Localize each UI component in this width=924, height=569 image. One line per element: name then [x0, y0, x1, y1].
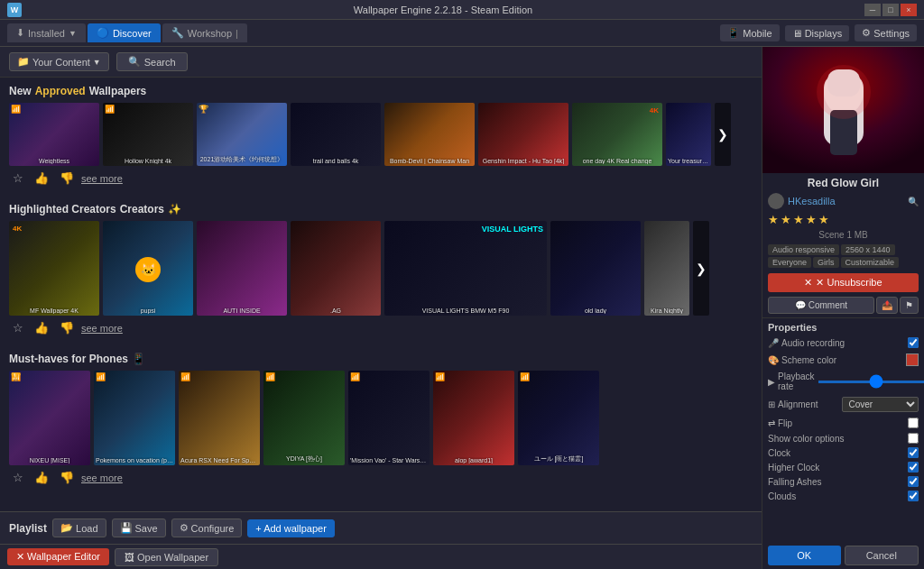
maximize-button[interactable]: □ — [882, 4, 899, 16]
wallpaper-item[interactable] — [384, 103, 475, 166]
highlighted-title: Highlighted Creators Creators ✨ — [9, 203, 753, 216]
creators-see-more[interactable]: see more — [81, 323, 123, 334]
show-color-checkbox[interactable] — [908, 433, 919, 444]
tag-resolution: 2560 x 1440 — [841, 244, 895, 255]
load-icon: 📂 — [60, 522, 73, 534]
phones-see-more[interactable]: see more — [81, 473, 123, 483]
phones-dislike-action[interactable]: 👎 — [56, 469, 78, 486]
star-action[interactable]: ☆ — [9, 170, 27, 187]
phone-wallpaper-item[interactable]: 📶 🏆 — [9, 371, 90, 465]
wallpaper-item[interactable] — [478, 103, 568, 166]
clock-checkbox[interactable] — [908, 447, 919, 458]
phone-wallpaper-item[interactable]: 📶 — [348, 371, 430, 465]
tab-discover[interactable]: 🔵 Discover — [88, 23, 161, 42]
phones-star-action[interactable]: ☆ — [9, 469, 27, 486]
properties-header: Properties — [762, 317, 924, 335]
close-button[interactable]: × — [901, 4, 917, 16]
highlighted-creators-section: Highlighted Creators Creators ✨ 4K 🐱 VIS… — [0, 196, 762, 345]
configure-icon: ⚙ — [180, 522, 189, 534]
wallpaper-item[interactable]: 📶 — [103, 103, 193, 166]
like-action[interactable]: 👍 — [31, 170, 52, 187]
wallpaper-item[interactable]: 4K — [572, 103, 662, 166]
content-icon: 📁 — [17, 56, 30, 68]
configure-button[interactable]: ⚙ Configure — [171, 519, 243, 537]
star2: ★ — [781, 213, 791, 226]
dislike-action[interactable]: 👎 — [56, 170, 78, 187]
left-bottom: Playlist 📂 Load 💾 Save ⚙ Configure + Add… — [0, 511, 762, 569]
creators-dislike-action[interactable]: 👎 — [56, 319, 78, 336]
tag-girls: Girls — [813, 257, 839, 268]
wallpaper-item[interactable] — [666, 103, 711, 166]
phone-wallpaper-item[interactable]: 📶 — [94, 371, 175, 465]
tab-workshop[interactable]: 🔧 Workshop | — [162, 23, 247, 42]
load-button[interactable]: 📂 Load — [52, 519, 106, 537]
comment-button[interactable]: 💬 Comment — [768, 297, 874, 314]
mobile-button[interactable]: 📱 Mobile — [720, 24, 779, 41]
unsubscribe-button[interactable]: ✕ ✕ Unsubscribe — [768, 273, 919, 292]
creator-wallpaper-item[interactable] — [197, 221, 287, 316]
ok-button[interactable]: OK — [768, 546, 841, 565]
subscribe-action: ✕ ✕ Unsubscribe — [762, 271, 924, 295]
scroll-area[interactable]: New Approved Wallpapers 📶 📶 🏆 — [0, 78, 762, 511]
higher-clock-checkbox[interactable] — [908, 462, 919, 473]
flip-checkbox[interactable] — [908, 418, 919, 428]
flip-icon: ⇄ — [768, 418, 775, 428]
app-logo: W — [7, 3, 22, 17]
share-button[interactable]: 📤 — [876, 297, 898, 314]
creators-like-action[interactable]: 👍 — [31, 319, 52, 336]
wallpaper-item[interactable]: 🏆 — [197, 103, 287, 166]
rating-row: ★ ★ ★ ★ ★ — [762, 211, 924, 228]
falling-ashes-checkbox[interactable] — [908, 476, 919, 487]
creators-star-action[interactable]: ☆ — [9, 319, 27, 336]
creator-wallpaper-item[interactable] — [550, 221, 641, 316]
displays-button[interactable]: 🖥 Displays — [785, 25, 850, 41]
playback-slider[interactable] — [818, 381, 924, 383]
wallpaper-item[interactable]: 📶 — [9, 103, 99, 166]
wallpaper-item[interactable] — [291, 103, 381, 166]
creator-wallpaper-item[interactable] — [644, 221, 689, 316]
author-search-button[interactable]: 🔍 — [908, 197, 919, 206]
wifi-badge: 📶 — [11, 105, 21, 114]
phones-like-action[interactable]: 👍 — [31, 469, 52, 486]
tags-container: Audio responsive 2560 x 1440 Everyone Gi… — [762, 242, 924, 271]
save-button[interactable]: 💾 Save — [112, 519, 166, 537]
wallpaper-editor-button[interactable]: ✕ Wallpaper Editor — [7, 548, 109, 565]
approved-see-more[interactable]: see more — [81, 173, 123, 184]
phone-icon: 📱 — [132, 353, 145, 365]
settings-icon: ⚙ — [862, 27, 871, 39]
phone-wallpaper-item[interactable]: 📶 — [179, 371, 260, 465]
audio-recording-checkbox[interactable] — [908, 337, 919, 348]
search-button[interactable]: 🔍 Search — [116, 52, 188, 71]
author-avatar — [768, 193, 784, 209]
your-content-button[interactable]: 📁 Your Content ▼ — [9, 52, 109, 71]
minimize-button[interactable]: ─ — [864, 4, 881, 16]
cancel-button[interactable]: Cancel — [845, 546, 919, 565]
tab-installed[interactable]: ⬇ Installed ▼ — [7, 23, 86, 42]
add-wallpaper-button[interactable]: + Add wallpaper — [247, 519, 335, 537]
settings-button[interactable]: ⚙ Settings — [855, 24, 917, 41]
alignment-select[interactable]: Cover — [842, 397, 919, 412]
color-swatch[interactable] — [906, 353, 919, 366]
falling-ashes-row: Falling Ashes — [762, 474, 924, 489]
flag-button[interactable]: ⚑ — [900, 297, 919, 314]
creator-wallpaper-item[interactable]: VISUAL LIGHTS — [384, 221, 547, 316]
phone-wallpaper-item[interactable]: 📶 — [518, 371, 599, 465]
row2-next-arrow[interactable]: ❯ — [693, 221, 709, 316]
clouds-checkbox[interactable] — [908, 491, 919, 501]
tag-audio: Audio responsive — [768, 244, 839, 255]
flip-row: ⇄ Flip — [762, 415, 924, 431]
open-wallpaper-button[interactable]: 🖼 Open Wallpaper — [115, 548, 218, 566]
creator-wallpaper-item[interactable]: 🐱 — [103, 221, 193, 316]
approved-label: Approved — [35, 85, 86, 97]
phone-wallpaper-item[interactable]: 📶 — [263, 371, 345, 465]
new-label: New — [9, 85, 32, 97]
trophy-badge: 🏆 — [199, 105, 208, 114]
window-title: Wallpaper Engine 2.2.18 - Steam Edition — [22, 5, 864, 15]
workshop-icon: 🔧 — [171, 27, 184, 39]
row1-next-arrow[interactable]: ❯ — [715, 103, 731, 166]
creator-wallpaper-item[interactable]: 4K — [9, 221, 99, 316]
creator-wallpaper-item[interactable] — [291, 221, 381, 316]
preview-svg — [762, 47, 924, 173]
phone-wallpaper-item[interactable]: 📶 — [433, 371, 514, 465]
clouds-label: Clouds — [768, 491, 904, 501]
